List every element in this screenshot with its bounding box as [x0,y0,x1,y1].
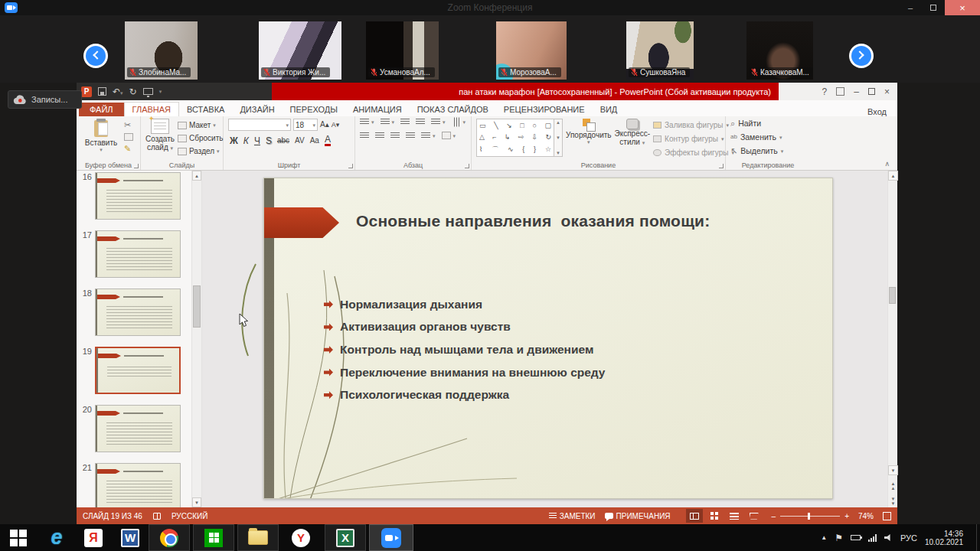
quick-styles-button[interactable]: Экспресс- стили ▾ [615,119,651,160]
smartart-convert-button[interactable]: ▾ [442,132,456,139]
taskbar-yandex-app[interactable]: Я [77,524,110,551]
increase-font-icon[interactable]: A▴ [320,121,329,129]
next-slide-icon[interactable]: ▼▼ [888,496,898,506]
start-button[interactable] [0,524,37,551]
taskbar-internet-explorer[interactable]: e [40,524,74,551]
start-slideshow-icon[interactable] [143,88,153,95]
reset-button[interactable]: Сбросить [178,134,223,142]
slide-thumbnail[interactable]: 17 [77,230,191,278]
align-left-icon[interactable] [360,132,369,139]
maximize-icon[interactable] [922,0,945,15]
taskbar-excel[interactable]: X [325,524,366,551]
tab-insert[interactable]: ВСТАВКА [179,103,232,116]
zoom-slider-thumb[interactable] [808,513,810,520]
spellcheck-icon[interactable] [153,513,161,520]
participant-video[interactable]: СушковаЯна [626,21,694,80]
tab-review[interactable]: РЕЦЕНЗИРОВАНИЕ [496,103,593,116]
section-button[interactable]: Раздел▾ [178,147,223,155]
paste-button[interactable]: Вставить ▾ [81,119,121,160]
save-icon[interactable] [98,87,106,96]
participant-video[interactable]: УсмановаАл... [366,21,439,80]
show-desktop-button[interactable] [976,524,980,551]
slide-bullet-list[interactable]: Нормализация дыхания Активизация органов… [324,293,606,406]
recording-indicator[interactable]: Записы... [8,90,82,109]
sign-in-link[interactable]: Вход [867,107,897,116]
shapes-gallery[interactable]: ▭╲↘□○▢ △⌐↳⇨⇩↻ ⌇⌒∿{}☆ ▲▼▼ [476,119,563,160]
volume-icon[interactable] [884,534,893,541]
tab-animations[interactable]: АНИМАЦИЯ [345,103,410,116]
taskbar-yandex-browser[interactable]: Y [283,524,318,551]
normal-view-button[interactable] [686,509,703,523]
qat-customize-icon[interactable]: ▾ [159,89,162,94]
format-painter-icon[interactable]: ✎ [124,145,133,153]
language-indicator[interactable]: РУССКИЙ [172,512,207,520]
collapse-ribbon-icon[interactable]: ∧ [884,160,890,168]
tab-file[interactable]: ФАЙЛ [79,103,124,116]
character-spacing-button[interactable]: AV [295,137,305,145]
close-icon[interactable]: × [945,0,980,15]
taskbar-zoom-active[interactable] [369,524,413,551]
increase-indent-icon[interactable] [416,119,425,126]
numbering-button[interactable]: ▾ [381,119,395,126]
taskbar-file-explorer[interactable] [237,524,279,551]
previous-participants-button[interactable] [86,46,106,66]
slide-thumbnail[interactable]: 20 [77,405,191,452]
taskbar-windows-store[interactable] [193,524,234,551]
shapes-scroll[interactable]: ▲▼▼ [554,119,563,157]
shape-effects-button[interactable]: Эффекты фигуры▾ [653,148,734,157]
line-spacing-button[interactable]: ▾ [431,119,446,126]
taskbar-chrome[interactable] [149,524,190,551]
battery-icon[interactable] [851,535,861,540]
fit-slide-icon[interactable] [883,512,891,520]
new-slide-button[interactable]: Создать слайд ▾ [145,119,175,160]
columns-button[interactable]: ▾ [421,132,436,139]
zoom-in-icon[interactable]: + [844,512,849,520]
taskbar-word[interactable]: W [113,524,147,551]
ribbon-display-options-icon[interactable] [836,87,844,96]
bold-button[interactable]: Ж [230,136,238,145]
slide-scroll-thumb[interactable] [889,287,896,304]
font-color-button[interactable]: А [325,135,331,146]
shape-fill-button[interactable]: Заливка фигуры▾ [653,121,734,129]
tray-expand-icon[interactable]: ▲ [821,534,827,541]
ppt-restore-icon[interactable] [868,88,875,95]
panel-scrollbar[interactable]: ▲ ▼ [191,171,202,507]
tab-view[interactable]: ВИД [593,103,626,116]
powerpoint-logo-icon[interactable]: P [81,86,92,97]
italic-button[interactable]: К [243,136,249,145]
layout-button[interactable]: Макет▾ [178,121,223,129]
action-center-flag-icon[interactable]: ⚑ [835,533,843,543]
font-name-combo[interactable]: ▾ [228,119,291,131]
reading-view-button[interactable] [726,509,743,523]
align-center-icon[interactable] [375,132,384,139]
clock[interactable]: 14:36 10.02.2021 [925,530,963,546]
font-dialog-launcher[interactable] [348,164,353,168]
select-button[interactable]: ↖Выделить▾ [730,146,807,155]
input-language-indicator[interactable]: РУС [900,533,917,543]
next-participants-button[interactable] [851,46,871,66]
panel-scroll-thumb[interactable] [193,285,201,328]
underline-button[interactable]: Ч [254,136,260,145]
slide-scroll-up-icon[interactable]: ▲ [888,171,898,181]
undo-icon[interactable]: ↶▾ [113,87,123,96]
change-case-button[interactable]: Aa [310,137,319,145]
font-size-combo[interactable]: 18▾ [293,119,318,131]
minimize-icon[interactable]: – [899,0,922,15]
comments-toggle[interactable]: ПРИМЕЧАНИЯ [605,512,671,520]
notes-toggle[interactable]: ЗАМЕТКИ [549,512,596,520]
find-button[interactable]: ⌕Найти [730,119,807,128]
participant-video[interactable]: ЗлобинаМа... [125,21,198,80]
current-slide[interactable]: Основные направления оказания помощи: Но… [263,178,833,499]
paragraph-dialog-launcher[interactable] [465,164,469,168]
slide-thumbnail[interactable]: 16 [77,172,191,220]
text-shadow-button[interactable]: S [266,136,272,145]
decrease-font-icon[interactable]: A▾ [332,122,340,129]
drawing-dialog-launcher[interactable] [719,164,724,168]
replace-button[interactable]: abЗаменить▾ [730,132,807,142]
network-signal-icon[interactable] [868,534,877,542]
slide-thumbnail[interactable]: 18 [77,289,191,336]
tab-design[interactable]: ДИЗАЙН [232,103,282,116]
slide-sorter-view-button[interactable] [706,509,723,523]
tab-transitions[interactable]: ПЕРЕХОДЫ [283,103,345,116]
help-icon[interactable]: ? [822,87,828,96]
